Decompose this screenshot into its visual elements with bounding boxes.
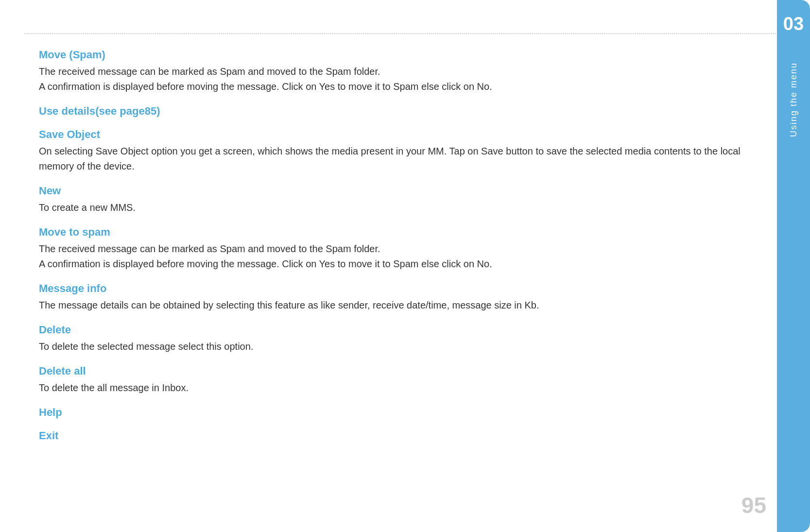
section-heading-exit: Exit: [39, 429, 761, 442]
sidebar-tab: 03 Using the menu: [777, 0, 810, 532]
section-body-save-object: On selecting Save Object option you get …: [39, 144, 761, 174]
section-body-message-info: The message details can be obtained by s…: [39, 298, 761, 313]
section-heading-new: New: [39, 185, 761, 197]
section-heading-move-to-spam: Move to spam: [39, 226, 761, 239]
section-heading-delete-all: Delete all: [39, 365, 761, 378]
section-body-move-to-spam: The received message can be marked as Sp…: [39, 241, 761, 272]
section-heading-save-object: Save Object: [39, 128, 761, 141]
section-heading-delete: Delete: [39, 324, 761, 336]
page-container: 03 Using the menu 95 Move (Spam)The rece…: [0, 0, 810, 532]
section-body-delete: To delete the selected message select th…: [39, 339, 761, 354]
dotted-divider: [24, 33, 786, 34]
sidebar-label: Using the menu: [789, 62, 799, 137]
section-heading-message-info: Message info: [39, 282, 761, 295]
section-heading-move-spam: Move (Spam): [39, 49, 761, 61]
section-body-new: To create a new MMS.: [39, 200, 761, 215]
content-area: Move (Spam)The received message can be m…: [39, 49, 761, 503]
section-heading-use-details: Use details(see page85): [39, 105, 761, 118]
section-body-delete-all: To delete the all message in Inbox.: [39, 380, 761, 395]
chapter-number: 03: [783, 15, 804, 33]
section-body-move-spam: The received message can be marked as Sp…: [39, 64, 761, 94]
section-heading-help: Help: [39, 406, 761, 419]
